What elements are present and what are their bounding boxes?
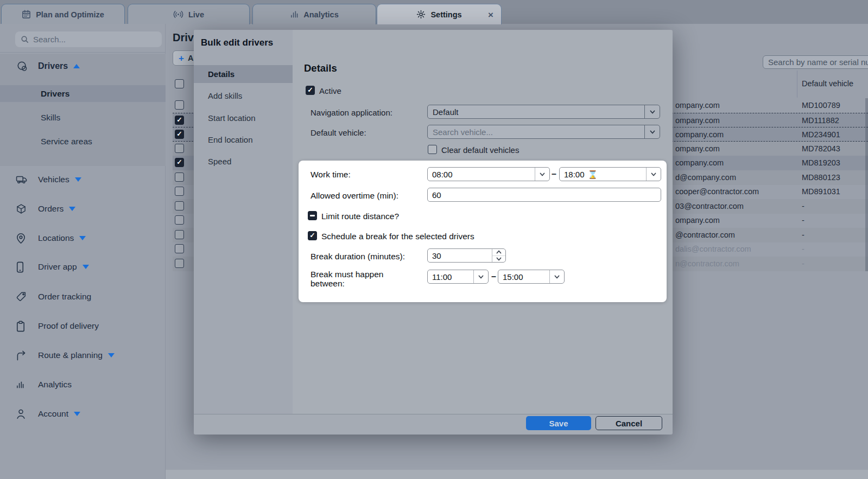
search-icon	[21, 35, 29, 43]
driver-email: dalis@contractor.com	[675, 245, 751, 253]
row-checkbox[interactable]	[175, 259, 184, 268]
tab-plan-and-optimize[interactable]: Plan and Optimize	[1, 4, 125, 24]
active-checkbox[interactable]	[306, 86, 315, 95]
sidebar-item-driver-app[interactable]: Driver app	[0, 259, 166, 275]
default-vehicle-select[interactable]: Search vehicle...	[427, 125, 660, 139]
select-all-checkbox[interactable]	[175, 79, 184, 88]
break-duration-input[interactable]: 30	[427, 248, 506, 263]
row-checkbox[interactable]	[175, 201, 184, 210]
modal-nav-start-location[interactable]: Start location	[194, 109, 293, 127]
table-search-input[interactable]: Search by name or serial number	[763, 55, 868, 69]
cancel-button[interactable]: Cancel	[595, 416, 662, 430]
chevron-down-icon	[69, 207, 75, 211]
row-checkbox[interactable]	[175, 158, 184, 167]
bulk-edit-drivers-modal: Bulk edit drivers Details Add skills Sta…	[194, 30, 673, 434]
row-checkbox[interactable]	[175, 244, 184, 253]
tab-label: Plan and Optimize	[36, 10, 104, 19]
break-between-label: Break must happen between:	[311, 270, 411, 288]
plus-icon: +	[179, 54, 184, 63]
navigation-application-select[interactable]: Default	[427, 105, 660, 119]
range-dash: –	[552, 169, 556, 179]
sidebar-item-label: Skills	[41, 113, 60, 123]
sidebar-item-drivers-group[interactable]: Drivers	[0, 58, 166, 75]
save-button[interactable]: Save	[526, 416, 591, 430]
drivers-icon	[16, 60, 28, 72]
calendar-icon	[22, 10, 31, 19]
vertical-scrollbar[interactable]	[865, 98, 868, 271]
stepper-arrows[interactable]	[492, 249, 505, 262]
sidebar-item-account[interactable]: Account	[0, 406, 166, 422]
sidebar-item-order-tracking[interactable]: Order tracking	[0, 289, 166, 305]
modal-nav-speed[interactable]: Speed	[194, 152, 293, 170]
close-icon[interactable]: ×	[488, 10, 493, 19]
chevron-down-icon	[74, 412, 80, 416]
sidebar-item-drivers[interactable]: Drivers	[0, 85, 166, 102]
work-time-to-select[interactable]: 18:00⌛	[559, 167, 661, 181]
search-placeholder: Search...	[33, 35, 66, 44]
driver-email: company.com	[675, 130, 724, 139]
modal-title: Bulk edit drivers	[201, 37, 273, 48]
section-title: Details	[304, 62, 337, 74]
driver-email: ompany.com	[675, 116, 720, 125]
chevron-down-icon	[644, 105, 660, 118]
modal-footer: Save Cancel	[194, 414, 673, 435]
clipboard-icon	[16, 321, 26, 332]
sidebar-item-proof-of-delivery[interactable]: Proof of delivery	[0, 318, 166, 334]
row-checkbox[interactable]	[175, 100, 184, 110]
row-checkbox[interactable]	[175, 173, 184, 182]
sidebar-item-service-areas[interactable]: Service areas	[0, 133, 166, 150]
schedule-break-checkbox[interactable]	[308, 231, 317, 240]
default-vehicle-value: MD880123	[802, 173, 840, 182]
clear-default-vehicles-checkbox[interactable]	[428, 145, 437, 154]
tab-analytics[interactable]: Analytics	[252, 4, 376, 24]
modal-nav-details[interactable]: Details	[194, 65, 293, 83]
driver-email: cooper@contractor.com	[675, 187, 759, 196]
horizontal-scrollbar[interactable]	[166, 470, 868, 479]
default-vehicle-value: MD891031	[802, 187, 840, 196]
work-time-from-select[interactable]: 08:00	[427, 167, 550, 181]
break-between-to-select[interactable]: 15:00	[498, 270, 565, 284]
default-vehicle-value: -	[802, 216, 804, 225]
tab-settings[interactable]: Settings ×	[377, 4, 502, 24]
row-checkbox[interactable]	[175, 187, 184, 196]
tab-label: Analytics	[303, 10, 338, 19]
default-vehicle-value: -	[802, 259, 804, 268]
allowed-overtime-input[interactable]: 60	[427, 188, 661, 202]
chevron-down-icon	[79, 236, 86, 240]
row-checkbox[interactable]	[175, 130, 184, 139]
work-time-label: Work time:	[311, 170, 351, 180]
break-between-from-select[interactable]: 11:00	[427, 270, 489, 284]
location-pin-icon	[16, 233, 26, 244]
tab-label: Settings	[430, 10, 461, 19]
limit-route-distance-checkbox[interactable]	[308, 211, 317, 220]
row-checkbox[interactable]	[175, 230, 184, 239]
hourglass-icon: ⌛	[588, 170, 598, 178]
chevron-down-icon	[549, 270, 564, 283]
row-checkbox[interactable]	[175, 116, 184, 125]
gear-icon	[416, 10, 426, 19]
chevron-down-icon	[108, 353, 115, 357]
sidebar-item-vehicles[interactable]: Vehicles	[0, 171, 166, 188]
sidebar-item-skills[interactable]: Skills	[0, 109, 166, 126]
sidebar-item-label: Drivers	[38, 61, 68, 71]
search-input[interactable]: Search...	[15, 31, 162, 47]
sidebar-item-orders[interactable]: Orders	[0, 201, 166, 217]
default-vehicle-value: -	[802, 202, 804, 210]
driver-email: ompany.com	[675, 144, 720, 153]
column-divider	[797, 71, 797, 98]
sidebar-item-analytics[interactable]: Analytics	[0, 376, 166, 393]
driver-email: @contractor.com	[675, 231, 735, 239]
driver-email: n@contractor.com	[675, 259, 739, 268]
modal-nav-add-skills[interactable]: Add skills	[194, 87, 293, 105]
sidebar-item-route-planning[interactable]: Route & planning	[0, 347, 166, 363]
table-search-placeholder: Search by name or serial number	[768, 58, 868, 67]
default-vehicle-value: MD782043	[802, 144, 840, 153]
row-checkbox[interactable]	[175, 215, 184, 225]
tab-live[interactable]: Live	[128, 4, 250, 24]
row-checkbox[interactable]	[175, 144, 184, 153]
sidebar-divider	[0, 52, 166, 53]
truck-icon	[16, 175, 28, 184]
modal-nav-end-location[interactable]: End location	[194, 131, 293, 149]
sidebar-item-locations[interactable]: Locations	[0, 230, 166, 246]
chevron-down-icon	[535, 168, 549, 181]
